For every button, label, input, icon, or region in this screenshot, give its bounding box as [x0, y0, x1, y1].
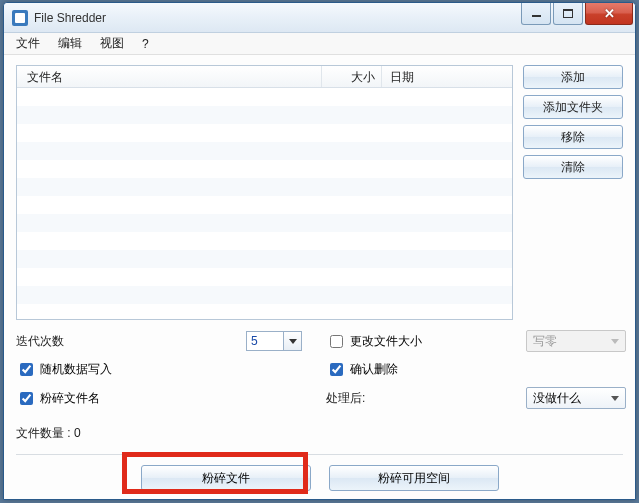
- column-name[interactable]: 文件名: [17, 66, 322, 87]
- side-buttons: 添加 添加文件夹 移除 清除: [523, 65, 623, 320]
- top-row: 文件名 大小 日期 添加 添加文件夹 移除 清除: [16, 65, 623, 320]
- column-date[interactable]: 日期: [382, 66, 512, 87]
- close-button[interactable]: ✕: [585, 3, 633, 25]
- shred-freespace-button[interactable]: 粉碎可用空间: [329, 465, 499, 491]
- bottom-bar: 粉碎文件 粉碎可用空间: [16, 454, 623, 491]
- write-method-combo[interactable]: 写零: [526, 330, 626, 352]
- chevron-down-icon: [611, 396, 619, 401]
- file-count-label: 文件数量 : 0: [16, 425, 623, 442]
- random-write-label: 随机数据写入: [40, 361, 112, 378]
- file-list[interactable]: 文件名 大小 日期: [16, 65, 513, 320]
- after-action-combo[interactable]: 没做什么: [526, 387, 626, 409]
- confirm-delete-label: 确认删除: [350, 361, 398, 378]
- maximize-icon: [563, 9, 573, 18]
- shred-name-label: 粉碎文件名: [40, 390, 100, 407]
- column-size[interactable]: 大小: [322, 66, 382, 87]
- add-button[interactable]: 添加: [523, 65, 623, 89]
- iterations-label: 迭代次数: [16, 333, 246, 350]
- menu-file[interactable]: 文件: [8, 33, 48, 54]
- options-grid: 迭代次数 更改文件大小 写零 随机数据写入 确认删除: [16, 330, 623, 409]
- list-body[interactable]: [17, 88, 512, 319]
- confirm-delete-checkbox[interactable]: [330, 363, 343, 376]
- clear-button[interactable]: 清除: [523, 155, 623, 179]
- minimize-button[interactable]: [521, 3, 551, 25]
- maximize-button[interactable]: [553, 3, 583, 25]
- remove-button[interactable]: 移除: [523, 125, 623, 149]
- after-label: 处理后:: [326, 390, 526, 407]
- menu-edit[interactable]: 编辑: [50, 33, 90, 54]
- write-method-value: 写零: [533, 333, 557, 350]
- iterations-spinner: [246, 331, 326, 351]
- list-header: 文件名 大小 日期: [17, 66, 512, 88]
- after-action-value: 没做什么: [533, 390, 581, 407]
- random-write-checkbox[interactable]: [20, 363, 33, 376]
- change-size-checkbox[interactable]: [330, 335, 343, 348]
- window-title: File Shredder: [34, 11, 519, 25]
- close-icon: ✕: [604, 6, 615, 21]
- shred-files-button[interactable]: 粉碎文件: [141, 465, 311, 491]
- change-size-checkbox-row: 更改文件大小: [326, 332, 526, 351]
- chevron-down-icon: [611, 339, 619, 344]
- confirm-delete-row: 确认删除: [326, 360, 526, 379]
- iterations-step-button[interactable]: [284, 331, 302, 351]
- client-area: 文件名 大小 日期 添加 添加文件夹 移除 清除 迭代次数: [4, 55, 635, 499]
- menubar: 文件 编辑 视图 ?: [4, 33, 635, 55]
- add-folder-button[interactable]: 添加文件夹: [523, 95, 623, 119]
- menu-view[interactable]: 视图: [92, 33, 132, 54]
- random-write-row: 随机数据写入: [16, 360, 326, 379]
- menu-help[interactable]: ?: [134, 35, 157, 53]
- window-controls: ✕: [519, 3, 635, 25]
- shred-name-checkbox[interactable]: [20, 392, 33, 405]
- iterations-input[interactable]: [246, 331, 284, 351]
- shred-name-row: 粉碎文件名: [16, 389, 326, 408]
- app-icon: [12, 10, 28, 26]
- app-window: File Shredder ✕ 文件 编辑 视图 ? 文件名 大小 日期 添加: [3, 2, 636, 500]
- change-size-label: 更改文件大小: [350, 333, 422, 350]
- titlebar[interactable]: File Shredder ✕: [4, 3, 635, 33]
- minimize-icon: [532, 15, 541, 17]
